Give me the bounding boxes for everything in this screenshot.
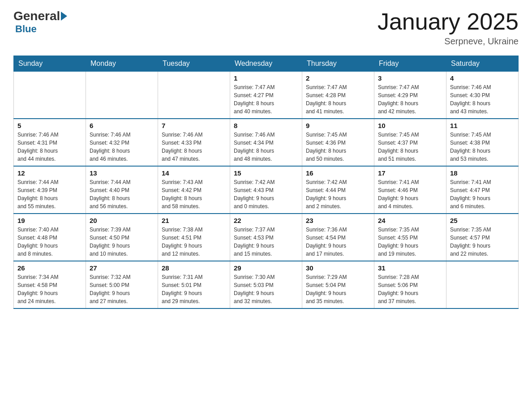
day-number: 18	[450, 169, 515, 177]
day-number: 29	[234, 264, 298, 272]
day-info: Sunrise: 7:36 AM Sunset: 4:54 PM Dayligh…	[306, 226, 370, 258]
calendar-table: SundayMondayTuesdayWednesdayThursdayFrid…	[13, 56, 519, 309]
calendar-subtitle: Serpneve, Ukraine	[378, 36, 519, 47]
day-number: 11	[450, 122, 515, 129]
week-row-2: 5Sunrise: 7:46 AM Sunset: 4:31 PM Daylig…	[14, 119, 519, 166]
day-info: Sunrise: 7:47 AM Sunset: 4:29 PM Dayligh…	[378, 83, 442, 116]
day-number: 16	[306, 169, 370, 177]
day-number: 20	[90, 217, 154, 224]
header-saturday: Saturday	[446, 56, 519, 72]
day-info: Sunrise: 7:41 AM Sunset: 4:47 PM Dayligh…	[450, 178, 515, 210]
day-info: Sunrise: 7:46 AM Sunset: 4:34 PM Dayligh…	[234, 131, 298, 163]
day-info: Sunrise: 7:38 AM Sunset: 4:51 PM Dayligh…	[162, 226, 226, 258]
calendar-cell	[14, 72, 86, 119]
day-number: 24	[378, 217, 442, 224]
day-info: Sunrise: 7:44 AM Sunset: 4:40 PM Dayligh…	[90, 178, 154, 210]
day-number: 23	[306, 217, 370, 224]
calendar-cell: 18Sunrise: 7:41 AM Sunset: 4:47 PM Dayli…	[446, 166, 519, 214]
week-row-1: 1Sunrise: 7:47 AM Sunset: 4:27 PM Daylig…	[14, 72, 519, 119]
day-number: 19	[17, 217, 82, 224]
day-info: Sunrise: 7:35 AM Sunset: 4:57 PM Dayligh…	[450, 226, 515, 258]
day-number: 14	[162, 169, 226, 177]
day-number: 26	[17, 264, 82, 272]
day-number: 2	[306, 74, 370, 82]
calendar-cell: 12Sunrise: 7:44 AM Sunset: 4:39 PM Dayli…	[14, 166, 86, 214]
calendar-cell: 8Sunrise: 7:46 AM Sunset: 4:34 PM Daylig…	[230, 119, 302, 166]
page-header: General Blue January 2025 Serpneve, Ukra…	[13, 9, 519, 47]
day-number: 4	[450, 74, 515, 82]
day-number: 9	[306, 122, 370, 129]
day-info: Sunrise: 7:45 AM Sunset: 4:36 PM Dayligh…	[306, 131, 370, 163]
day-info: Sunrise: 7:45 AM Sunset: 4:38 PM Dayligh…	[450, 131, 515, 163]
day-info: Sunrise: 7:30 AM Sunset: 5:03 PM Dayligh…	[234, 273, 298, 305]
calendar-cell	[86, 72, 158, 119]
day-info: Sunrise: 7:45 AM Sunset: 4:37 PM Dayligh…	[378, 131, 442, 163]
day-info: Sunrise: 7:32 AM Sunset: 5:00 PM Dayligh…	[90, 273, 154, 305]
calendar-cell: 27Sunrise: 7:32 AM Sunset: 5:00 PM Dayli…	[86, 261, 158, 308]
day-number: 25	[450, 217, 515, 224]
day-info: Sunrise: 7:35 AM Sunset: 4:55 PM Dayligh…	[378, 226, 442, 258]
days-header-row: SundayMondayTuesdayWednesdayThursdayFrid…	[14, 56, 519, 72]
week-row-3: 12Sunrise: 7:44 AM Sunset: 4:39 PM Dayli…	[14, 166, 519, 214]
calendar-cell: 29Sunrise: 7:30 AM Sunset: 5:03 PM Dayli…	[230, 261, 302, 308]
day-number: 28	[162, 264, 226, 272]
calendar-cell: 5Sunrise: 7:46 AM Sunset: 4:31 PM Daylig…	[14, 119, 86, 166]
day-number: 21	[162, 217, 226, 224]
title-area: January 2025 Serpneve, Ukraine	[378, 9, 519, 47]
day-number: 31	[378, 264, 442, 272]
day-info: Sunrise: 7:34 AM Sunset: 4:58 PM Dayligh…	[17, 273, 82, 305]
day-info: Sunrise: 7:42 AM Sunset: 4:43 PM Dayligh…	[234, 178, 298, 210]
calendar-cell: 13Sunrise: 7:44 AM Sunset: 4:40 PM Dayli…	[86, 166, 158, 214]
day-number: 6	[90, 122, 154, 129]
day-number: 22	[234, 217, 298, 224]
day-number: 7	[162, 122, 226, 129]
week-row-4: 19Sunrise: 7:40 AM Sunset: 4:48 PM Dayli…	[14, 214, 519, 261]
day-number: 12	[17, 169, 82, 177]
week-row-5: 26Sunrise: 7:34 AM Sunset: 4:58 PM Dayli…	[14, 261, 519, 308]
day-info: Sunrise: 7:47 AM Sunset: 4:28 PM Dayligh…	[306, 83, 370, 116]
day-info: Sunrise: 7:41 AM Sunset: 4:46 PM Dayligh…	[378, 178, 442, 210]
day-number: 3	[378, 74, 442, 82]
calendar-cell: 9Sunrise: 7:45 AM Sunset: 4:36 PM Daylig…	[302, 119, 374, 166]
day-number: 30	[306, 264, 370, 272]
calendar-cell: 1Sunrise: 7:47 AM Sunset: 4:27 PM Daylig…	[230, 72, 302, 119]
day-info: Sunrise: 7:39 AM Sunset: 4:50 PM Dayligh…	[90, 226, 154, 258]
day-info: Sunrise: 7:46 AM Sunset: 4:33 PM Dayligh…	[162, 131, 226, 163]
calendar-cell: 20Sunrise: 7:39 AM Sunset: 4:50 PM Dayli…	[86, 214, 158, 261]
header-thursday: Thursday	[302, 56, 374, 72]
calendar-cell: 11Sunrise: 7:45 AM Sunset: 4:38 PM Dayli…	[446, 119, 519, 166]
calendar-cell: 30Sunrise: 7:29 AM Sunset: 5:04 PM Dayli…	[302, 261, 374, 308]
calendar-cell	[446, 261, 519, 308]
calendar-cell: 17Sunrise: 7:41 AM Sunset: 4:46 PM Dayli…	[374, 166, 446, 214]
day-number: 8	[234, 122, 298, 129]
calendar-cell: 16Sunrise: 7:42 AM Sunset: 4:44 PM Dayli…	[302, 166, 374, 214]
header-monday: Monday	[86, 56, 158, 72]
calendar-cell: 15Sunrise: 7:42 AM Sunset: 4:43 PM Dayli…	[230, 166, 302, 214]
day-info: Sunrise: 7:46 AM Sunset: 4:31 PM Dayligh…	[17, 131, 82, 163]
day-number: 27	[90, 264, 154, 272]
calendar-cell: 22Sunrise: 7:37 AM Sunset: 4:53 PM Dayli…	[230, 214, 302, 261]
header-sunday: Sunday	[14, 56, 86, 72]
calendar-cell: 10Sunrise: 7:45 AM Sunset: 4:37 PM Dayli…	[374, 119, 446, 166]
calendar-cell: 24Sunrise: 7:35 AM Sunset: 4:55 PM Dayli…	[374, 214, 446, 261]
logo: General Blue	[13, 9, 68, 35]
calendar-cell: 23Sunrise: 7:36 AM Sunset: 4:54 PM Dayli…	[302, 214, 374, 261]
calendar-cell: 6Sunrise: 7:46 AM Sunset: 4:32 PM Daylig…	[86, 119, 158, 166]
calendar-cell: 26Sunrise: 7:34 AM Sunset: 4:58 PM Dayli…	[14, 261, 86, 308]
calendar-cell	[158, 72, 230, 119]
logo-general: General	[13, 9, 60, 23]
header-tuesday: Tuesday	[158, 56, 230, 72]
day-info: Sunrise: 7:42 AM Sunset: 4:44 PM Dayligh…	[306, 178, 370, 210]
calendar-cell: 14Sunrise: 7:43 AM Sunset: 4:42 PM Dayli…	[158, 166, 230, 214]
calendar-cell: 3Sunrise: 7:47 AM Sunset: 4:29 PM Daylig…	[374, 72, 446, 119]
day-info: Sunrise: 7:37 AM Sunset: 4:53 PM Dayligh…	[234, 226, 298, 258]
day-info: Sunrise: 7:31 AM Sunset: 5:01 PM Dayligh…	[162, 273, 226, 305]
header-wednesday: Wednesday	[230, 56, 302, 72]
day-info: Sunrise: 7:29 AM Sunset: 5:04 PM Dayligh…	[306, 273, 370, 305]
day-info: Sunrise: 7:44 AM Sunset: 4:39 PM Dayligh…	[17, 178, 82, 210]
day-number: 10	[378, 122, 442, 129]
day-info: Sunrise: 7:47 AM Sunset: 4:27 PM Dayligh…	[234, 83, 298, 116]
day-number: 1	[234, 74, 298, 82]
day-number: 13	[90, 169, 154, 177]
calendar-cell: 31Sunrise: 7:28 AM Sunset: 5:06 PM Dayli…	[374, 261, 446, 308]
